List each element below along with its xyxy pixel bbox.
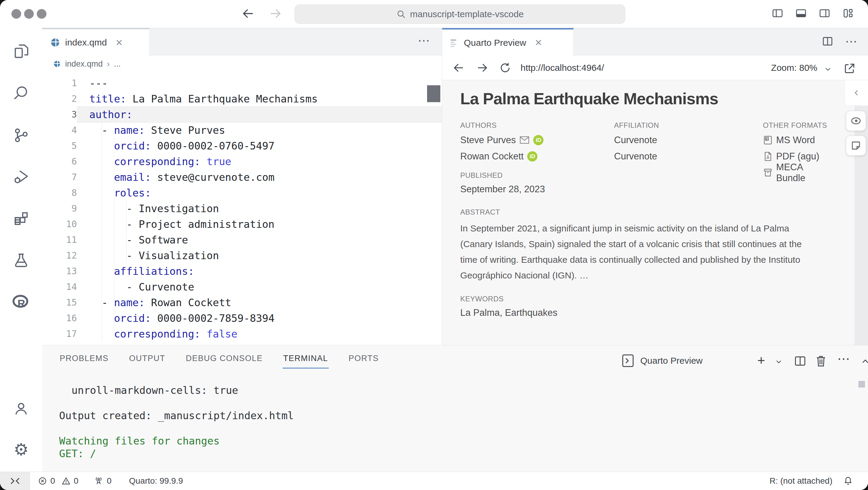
orcid-icon[interactable]: iD [533, 135, 544, 145]
line-number: 8 [42, 185, 77, 201]
testing-icon[interactable] [0, 252, 42, 269]
preview-back-icon[interactable] [453, 62, 465, 74]
line-number: 14 [42, 279, 77, 295]
r-extension-icon[interactable]: R [0, 293, 42, 311]
tab-index-qmd[interactable]: index.qmd ✕ [42, 28, 150, 56]
preview-group: Quarto Preview ✕ ⋯ http://localhost:4964… [442, 28, 868, 345]
line-number: 15 [42, 295, 77, 311]
code-line[interactable]: 13 affiliations: [42, 263, 442, 279]
code-line[interactable]: 9 - Investigation [42, 201, 442, 216]
warning-count: 0 [74, 476, 79, 486]
code-line[interactable]: 5 orcid: 0000-0002-0760-5497 [42, 138, 442, 154]
toggle-primary-sidebar-icon[interactable] [771, 7, 784, 19]
code-line[interactable]: 8 roles: [42, 185, 442, 201]
author-name: Steve Purves [460, 135, 516, 145]
preview-reload-icon[interactable] [499, 62, 512, 74]
command-center-search[interactable]: manuscript-template-vscode [294, 4, 625, 24]
account-icon[interactable] [0, 400, 42, 417]
code-editor[interactable]: 1---2title: La Palma Earthquake Mechanis… [42, 72, 442, 345]
breadcrumb-more[interactable]: ... [114, 59, 121, 69]
new-terminal-icon[interactable]: + [757, 354, 765, 367]
published-label: PUBLISHED [460, 171, 614, 179]
code-line[interactable]: 14 - Curvenote [42, 279, 442, 295]
minimize-window-button[interactable] [24, 9, 34, 19]
terminal-instance-label[interactable]: Quarto Preview [640, 356, 703, 366]
preview-forward-icon[interactable] [476, 62, 489, 74]
code-token: - Investigation [89, 202, 219, 215]
zoom-window-button[interactable] [37, 9, 46, 19]
visual-preview-button[interactable] [846, 111, 866, 131]
source-control-icon[interactable] [0, 127, 42, 144]
tab-close-icon[interactable]: ✕ [115, 37, 123, 48]
orcid-icon[interactable]: iD [527, 151, 537, 162]
open-external-icon[interactable] [843, 62, 856, 75]
format-link[interactable]: MECA Bundle [763, 166, 832, 179]
history-forward-icon[interactable] [269, 7, 282, 21]
maximize-panel-chevron-icon[interactable] [860, 356, 868, 366]
explorer-icon[interactable] [0, 42, 42, 60]
code-line[interactable]: 12 - Visualization [42, 248, 442, 263]
format-label[interactable]: MS Word [776, 135, 815, 145]
error-count: 0 [50, 476, 55, 486]
format-label[interactable]: MECA Bundle [776, 162, 832, 184]
terminal-output[interactable]: unroll-markdown-cells: trueOutput create… [59, 384, 294, 460]
collapse-rail[interactable] [844, 80, 868, 106]
quarto-version-status[interactable]: Quarto: 99.9.9 [129, 476, 183, 486]
format-label[interactable]: PDF (agu) [776, 151, 819, 162]
line-number: 11 [42, 232, 77, 248]
breadcrumb-file[interactable]: index.qmd [65, 59, 103, 69]
code-line[interactable]: 6 corresponding: true [42, 154, 442, 169]
code-line[interactable]: 16 orcid: 0000-0002-7859-8394 [42, 311, 442, 326]
ports-status[interactable]: 0 [93, 476, 112, 486]
tab-close-icon[interactable]: ✕ [535, 37, 542, 48]
toggle-secondary-sidebar-icon[interactable] [818, 7, 831, 19]
status-bar: 0 0 0 Quarto: 99.9.9 R: (not attached) [0, 471, 868, 490]
terminal-dropdown-chevron-icon[interactable] [775, 357, 783, 366]
code-token: orcid: [114, 312, 151, 324]
preview-document: La Palma Earthquake Mechanisms AUTHORS S… [442, 80, 868, 345]
search-sidebar-icon[interactable] [0, 85, 42, 102]
terminal-process-icon[interactable] [621, 353, 635, 368]
editor-more-actions-icon[interactable]: ⋯ [418, 33, 430, 47]
notifications-bell-icon[interactable] [843, 476, 854, 486]
preview-zoom-label[interactable]: Zoom: 80% [771, 63, 817, 73]
toggle-panel-icon[interactable] [795, 7, 807, 19]
code-line[interactable]: 4 - name: Steve Purves [42, 122, 442, 138]
code-line[interactable]: 3author: [42, 107, 442, 122]
code-line[interactable]: 17 corresponding: false [42, 326, 442, 342]
r-status[interactable]: R: (not attached) [769, 476, 832, 486]
split-editor-icon[interactable] [822, 35, 834, 47]
code-line[interactable]: 11 - Software [42, 232, 442, 248]
tab-quarto-preview[interactable]: Quarto Preview ✕ [442, 28, 574, 56]
preview-more-actions-icon[interactable]: ⋯ [845, 35, 857, 48]
code-token: orcid: [114, 140, 151, 152]
format-link[interactable]: MS Word [763, 134, 832, 146]
close-window-button[interactable] [11, 9, 21, 19]
problems-status[interactable]: 0 0 [38, 476, 79, 486]
code-line[interactable]: 10 - Project administration [42, 216, 442, 232]
code-line[interactable]: 7 email: steve@curvenote.com [42, 169, 442, 185]
traffic-lights[interactable] [11, 9, 46, 19]
code-line[interactable]: 1--- [42, 75, 442, 91]
kill-terminal-trash-icon[interactable] [814, 354, 828, 368]
editor-scrollbar-thumb[interactable] [427, 85, 440, 102]
format-link[interactable]: PDF (agu) [763, 150, 832, 163]
history-back-icon[interactable] [241, 7, 255, 21]
settings-gear-icon[interactable]: ⚙ [0, 441, 42, 458]
notes-button[interactable] [846, 136, 866, 156]
email-icon[interactable] [519, 136, 530, 145]
run-debug-icon[interactable] [0, 168, 42, 185]
customize-layout-icon[interactable] [842, 7, 855, 19]
forwarded-ports-count: 0 [107, 476, 112, 486]
code-line[interactable]: 2title: La Palma Earthquake Mechanisms [42, 91, 442, 107]
code-line[interactable]: 15 - name: Rowan Cockett [42, 295, 442, 311]
breadcrumb[interactable]: index.qmd › ... [42, 56, 442, 72]
preview-url[interactable]: http://localhost:4964/ [521, 63, 604, 73]
panel-more-actions-icon[interactable]: ⋯ [837, 351, 850, 366]
split-terminal-icon[interactable] [794, 354, 807, 368]
remote-indicator[interactable] [0, 472, 30, 490]
terminal-scrollbar-thumb[interactable] [858, 381, 865, 388]
extensions-icon[interactable] [0, 210, 42, 228]
chevron-down-icon[interactable] [824, 64, 832, 73]
code-token: roles: [114, 187, 151, 199]
